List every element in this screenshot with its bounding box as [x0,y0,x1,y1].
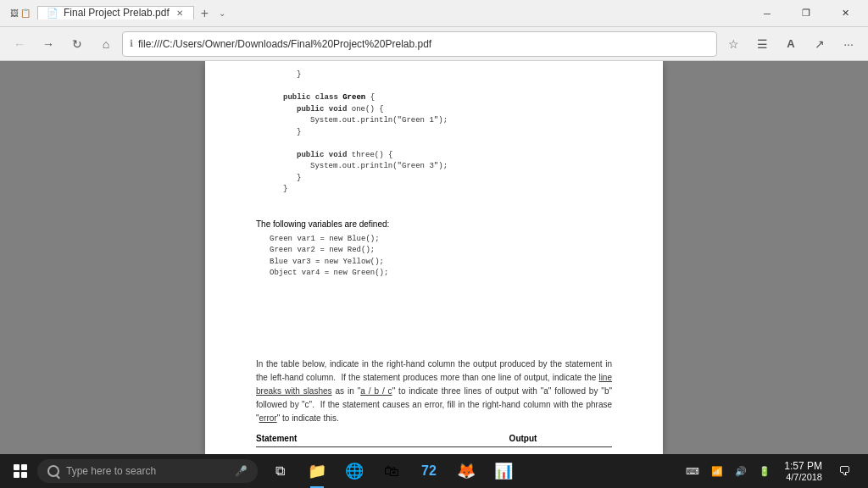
task-view-icon: ⧉ [275,463,285,479]
share-button[interactable]: ↗ [807,31,832,57]
title-bar: 🖼 📋 📄 Final Project Prelab.pdf ✕ + ⌄ ─ ❐… [0,0,868,27]
taskbar: Type here to search 🎤 ⧉ 📁 🌐 🛍 72 🦊 📊 [0,454,868,488]
edge-button[interactable]: 🌐 [336,454,373,488]
active-tab[interactable]: 📄 Final Project Prelab.pdf ✕ [37,6,194,19]
store-icon: 🛍 [384,463,399,480]
task-view-button[interactable]: ⧉ [261,454,298,488]
sound-icon[interactable]: 🔊 [730,463,752,480]
code-line-1: } [297,69,612,81]
tab-pdf-icon: 📄 [47,8,58,19]
bottom-spacer [256,286,612,312]
search-icon [47,465,59,477]
window-controls: ─ ❐ ✕ [748,0,865,27]
search-placeholder: Type here to search [66,465,156,477]
app-button-2[interactable]: 📊 [485,454,522,488]
firefox-icon: 🦊 [457,462,476,480]
search-bar[interactable]: Type here to search 🎤 [37,459,258,483]
address-bar[interactable]: ℹ file:///C:/Users/Owner/Downloads/Final… [122,31,717,57]
home-button[interactable]: ⌂ [93,31,119,57]
firefox-button[interactable]: 🦊 [448,454,485,488]
clock-date: 4/7/2018 [786,472,822,482]
statement-header: Statement [256,434,434,443]
close-button[interactable]: ✕ [826,0,865,27]
tab-bar: 📄 Final Project Prelab.pdf ✕ + ⌄ [37,6,229,21]
network-icon[interactable]: 📶 [706,463,728,480]
notification-icon: 🗨 [838,464,850,478]
windows-icon [14,464,27,478]
variables-heading: The following variables are defined: [256,219,612,229]
system-clock[interactable]: 1:57 PM 4/7/2018 [777,460,829,482]
app-icon-2: 📊 [494,462,513,480]
app-button-1[interactable]: 72 [410,454,448,488]
pdf-top-section: } public class Green { public void one()… [205,61,663,315]
top-spacer [256,324,612,358]
favorites-button[interactable]: ☆ [721,31,746,57]
more-button[interactable]: ··· [836,31,861,57]
tab-title: Final Project Prelab.pdf [64,7,170,19]
taskbar-items: ⧉ 📁 🌐 🛍 72 🦊 📊 [261,454,522,488]
microphone-icon: 🎤 [235,465,248,477]
code-block-top: } public class Green { public void one()… [256,69,612,196]
notification-button[interactable]: 🗨 [831,454,858,488]
app-72-icon: 72 [421,463,437,479]
maximize-button[interactable]: ❐ [787,0,826,27]
nav-bar: ← → ↻ ⌂ ℹ file:///C:/Users/Owner/Downloa… [0,27,868,61]
edge-icon: 🌐 [345,462,364,480]
pdf-page: } public class Green { public void one()… [205,61,663,454]
nav-right-icons: ☆ ☰ A ↗ ··· [721,31,861,57]
refresh-button[interactable]: ↻ [64,31,90,57]
pdf-paragraph: In the table below, indicate in the righ… [256,358,612,425]
forward-button[interactable]: → [36,31,61,57]
address-info-icon: ℹ [130,38,133,49]
start-button[interactable] [3,454,37,488]
folder-icon: 📁 [308,462,326,480]
store-button[interactable]: 🛍 [373,454,410,488]
tab-close-button[interactable]: ✕ [175,7,185,19]
pdf-bottom-section: In the table below, indicate in the righ… [205,315,663,455]
var-line-2: Green var2 = new Red(); [270,245,612,257]
var-line-4: Object var4 = new Green(); [270,268,612,280]
variables-code: Green var1 = new Blue(); Green var2 = ne… [256,234,612,280]
keyboard-icon[interactable]: ⌨ [681,463,704,480]
table-header: Statement Output [256,434,612,447]
output-header: Output [434,434,612,443]
spacer [256,202,612,219]
clock-time: 1:57 PM [784,460,822,472]
back-button[interactable]: ← [7,31,32,57]
minimize-button[interactable]: ─ [748,0,787,27]
browser-content: } public class Green { public void one()… [0,61,868,454]
address-text: file:///C:/Users/Owner/Downloads/Final%2… [138,38,709,50]
reading-view-button[interactable]: A [778,31,804,57]
hub-button[interactable]: ☰ [749,31,775,57]
battery-icon[interactable]: 🔋 [754,463,776,480]
new-tab-button[interactable]: + [194,6,215,21]
file-explorer-button[interactable]: 📁 [298,454,336,488]
variables-section: The following variables are defined: Gre… [256,219,612,280]
var-line-3: Blue var3 = new Yellow(); [270,257,612,269]
tab-chevron[interactable]: ⌄ [215,6,229,21]
var-line-1: Green var1 = new Blue(); [270,234,612,246]
taskbar-right: ⌨ 📶 🔊 🔋 1:57 PM 4/7/2018 🗨 [681,454,865,488]
title-bar-left: 🖼 📋 📄 Final Project Prelab.pdf ✕ + ⌄ [7,6,229,21]
